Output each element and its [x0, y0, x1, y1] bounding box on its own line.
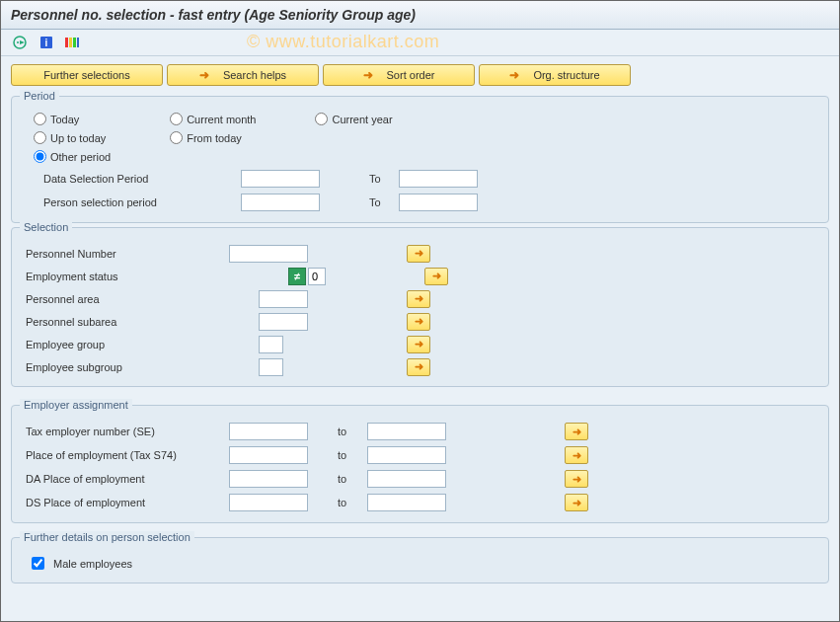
arrow-icon: ➜	[509, 68, 519, 82]
pernr-input[interactable]	[229, 245, 308, 263]
taxemp-from-input[interactable]	[229, 423, 308, 440]
multi-select-button[interactable]: ➜	[407, 313, 430, 331]
daplace-from-input[interactable]	[229, 470, 308, 488]
radio-current-year[interactable]: Current year	[315, 113, 392, 125]
daplace-label: DA Place of employment	[22, 473, 229, 485]
sap-window: Personnel no. selection - fast entry (Ag…	[0, 0, 840, 622]
svg-point-1	[17, 41, 19, 43]
persarea-input[interactable]	[259, 290, 308, 308]
svg-rect-7	[77, 38, 79, 47]
perssubarea-label: Personnel subarea	[22, 316, 229, 328]
to-label: to	[318, 497, 367, 508]
placeemp-from-input[interactable]	[229, 446, 308, 464]
button-label: Sort order	[387, 69, 435, 81]
radio-up-to-today[interactable]: Up to today	[34, 131, 111, 144]
multi-select-button[interactable]: ➜	[565, 494, 588, 511]
not-equal-icon[interactable]: ≠	[288, 268, 306, 285]
to-label: to	[318, 426, 367, 437]
group-title: Period	[20, 90, 59, 102]
multi-select-button[interactable]: ➜	[407, 358, 430, 376]
data-sel-period-label: Data Selection Period	[43, 173, 241, 185]
button-row: Further selections ➜Search helps ➜Sort o…	[1, 56, 839, 92]
multi-select-button[interactable]: ➜	[407, 290, 430, 308]
radio-label: Current year	[332, 114, 392, 125]
person-sel-from-input[interactable]	[241, 194, 320, 211]
checkbox-label: Male employees	[53, 558, 132, 570]
execute-icon[interactable]	[11, 34, 31, 51]
arrow-icon: ➜	[363, 68, 373, 82]
radio-label: Up to today	[50, 132, 106, 144]
employer-group: Employer assignment Tax employer number …	[11, 405, 829, 523]
dsplace-label: DS Place of employment	[22, 497, 229, 508]
button-label: Org. structure	[533, 69, 599, 81]
data-sel-to-input[interactable]	[399, 170, 478, 188]
multi-select-button[interactable]: ➜	[424, 268, 448, 285]
further-selections-button[interactable]: Further selections	[11, 64, 163, 86]
placeemp-to-input[interactable]	[367, 446, 446, 464]
empstatus-label: Employment status	[22, 271, 229, 282]
placeemp-label: Place of employment (Tax S74)	[22, 449, 229, 461]
radio-label: Current month	[187, 114, 256, 125]
radio-current-month[interactable]: Current month	[170, 113, 256, 125]
person-sel-period-label: Person selection period	[43, 196, 241, 208]
radio-label: Today	[50, 114, 79, 125]
radio-label: Other period	[50, 151, 111, 163]
person-sel-to-input[interactable]	[399, 194, 478, 211]
to-label: To	[369, 173, 399, 185]
org-structure-button[interactable]: ➜Org. structure	[479, 64, 631, 86]
group-title: Further details on person selection	[20, 531, 194, 543]
to-label: to	[318, 473, 367, 485]
empgroup-label: Employee group	[22, 339, 229, 350]
button-label: Search helps	[223, 69, 286, 81]
empgroup-input[interactable]	[259, 336, 283, 353]
color-icon[interactable]	[62, 34, 82, 51]
dsplace-from-input[interactable]	[229, 494, 308, 511]
further-details-group: Further details on person selection Male…	[11, 537, 829, 583]
multi-select-button[interactable]: ➜	[565, 423, 588, 440]
to-label: to	[318, 449, 367, 461]
persarea-label: Personnel area	[22, 293, 229, 305]
arrow-icon: ➜	[199, 68, 209, 82]
empsubgroup-input[interactable]	[259, 358, 283, 376]
search-helps-button[interactable]: ➜Search helps	[167, 64, 319, 86]
multi-select-button[interactable]: ➜	[565, 470, 588, 488]
group-title: Employer assignment	[20, 399, 132, 411]
daplace-to-input[interactable]	[367, 470, 446, 488]
svg-rect-6	[73, 38, 76, 47]
pernr-label: Personnel Number	[22, 248, 229, 260]
data-sel-from-input[interactable]	[241, 170, 320, 188]
button-label: Further selections	[43, 69, 129, 81]
svg-rect-4	[65, 38, 68, 47]
perssubarea-input[interactable]	[259, 313, 308, 331]
empsubgroup-label: Employee subgroup	[22, 361, 229, 373]
radio-label: From today	[187, 132, 242, 144]
toolbar: i	[1, 30, 839, 56]
radio-from-today[interactable]: From today	[170, 131, 256, 144]
male-employees-checkbox[interactable]	[32, 557, 44, 570]
group-title: Selection	[20, 221, 72, 233]
period-group: Period Today Up to today Other period Cu…	[11, 96, 829, 223]
taxemp-label: Tax employer number (SE)	[22, 426, 229, 437]
taxemp-to-input[interactable]	[367, 423, 446, 440]
info-icon[interactable]: i	[37, 34, 56, 51]
multi-select-button[interactable]: ➜	[565, 446, 588, 464]
radio-other-period[interactable]: Other period	[34, 150, 111, 163]
window-title: Personnel no. selection - fast entry (Ag…	[1, 1, 839, 30]
svg-rect-5	[69, 38, 72, 47]
sort-order-button[interactable]: ➜Sort order	[323, 64, 475, 86]
multi-select-button[interactable]: ➜	[407, 336, 430, 353]
empstatus-input[interactable]	[308, 268, 326, 285]
multi-select-button[interactable]: ➜	[407, 245, 430, 263]
dsplace-to-input[interactable]	[367, 494, 446, 511]
svg-text:i: i	[45, 38, 48, 48]
to-label: To	[369, 196, 399, 208]
radio-today[interactable]: Today	[34, 113, 111, 125]
selection-group: Selection Personnel Number➜ Employment s…	[11, 227, 829, 387]
